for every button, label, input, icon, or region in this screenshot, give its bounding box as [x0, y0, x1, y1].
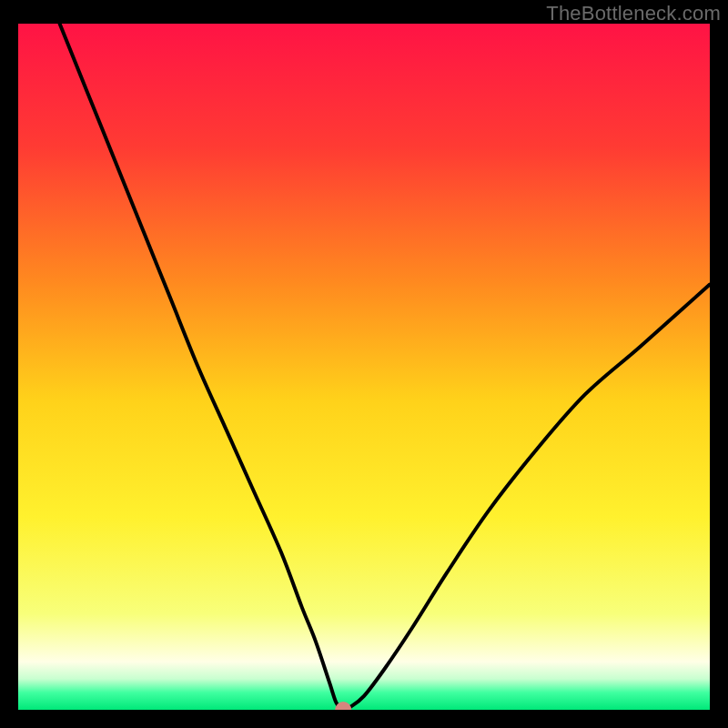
gradient-background: [18, 24, 710, 710]
plot-area: [18, 24, 710, 710]
chart-frame: TheBottleneck.com: [0, 0, 728, 728]
chart-svg: [18, 24, 710, 710]
attribution-label: TheBottleneck.com: [546, 2, 721, 25]
